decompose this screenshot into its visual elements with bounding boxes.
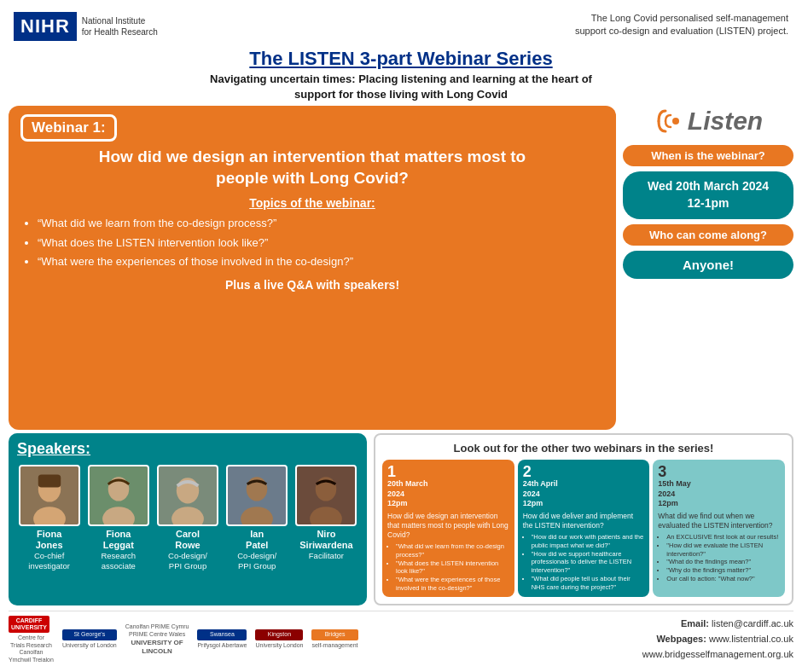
series-3-number: 3	[658, 464, 780, 479]
website2: www.bridgesselfmanagement.org.uk	[642, 649, 793, 659]
lincoln-logo: Canolfan PRIME CymruPRIME Centre Wales U…	[125, 623, 189, 656]
series-1-bullets: "What did we learn from the co-design pr…	[387, 542, 509, 593]
speaker-4: IanPatel Co-design/PPI Group	[225, 465, 289, 571]
speaker-1-name: FionaJones	[36, 529, 63, 551]
speaker-4-photo	[226, 465, 288, 526]
speaker-2-photo	[88, 465, 149, 526]
speaker-4-role: Co-design/PPI Group	[237, 551, 276, 571]
speaker-2-role: Researchassociate	[101, 551, 136, 571]
email-value: listen@cardiff.ac.uk	[712, 618, 793, 629]
series-item-3: 3 15th May202412pm What did we find out …	[653, 460, 785, 597]
webinar-question: How did we design an intervention that m…	[20, 147, 604, 188]
bridges-logo: Bridges self-management	[311, 629, 357, 649]
topics-title: Topics of the webinar:	[20, 196, 604, 210]
series-1-date: 20th March202412pm	[387, 479, 509, 509]
speaker-1-role: Co-chiefinvestigator	[28, 551, 70, 571]
series-timeline: 1 20th March202412pm How did we design a…	[382, 460, 785, 597]
footer-contact: Email: listen@cardiff.ac.uk Webpages: ww…	[642, 617, 793, 662]
series-box: Look out for the other two webinars in t…	[374, 433, 793, 605]
swansea-logo: Swansea Prifysgol Abertawe	[197, 629, 247, 649]
series-2-desc: How did we deliver and implement the LIS…	[523, 512, 645, 530]
speaker-1: FionaJones Co-chiefinvestigator	[17, 465, 81, 571]
svg-point-0	[672, 118, 679, 125]
series-2-number: 2	[523, 464, 645, 479]
who-label: Who can come along?	[623, 224, 793, 246]
nihr-label: NIHR	[14, 12, 77, 41]
main-title: The LISTEN 3-part Webinar Series	[17, 48, 785, 70]
topic-1: “What did we learn from the co-design pr…	[38, 215, 604, 233]
series-item-2: 2 24th April202412pm How did we deliver …	[518, 460, 650, 597]
topic-2: “What does the LISTEN intervention look …	[38, 235, 604, 252]
speaker-1-photo	[19, 465, 80, 526]
series-3-desc: What did we find out when we evaluated t…	[658, 512, 780, 530]
speaker-4-name: IanPatel	[246, 529, 268, 551]
speaker-5-role: Facilitator	[309, 551, 344, 560]
speaker-3-photo	[157, 465, 218, 526]
speakers-box: Speakers: FionaJones Co-chiefinvestigato…	[9, 433, 367, 605]
anyone: Anyone!	[623, 251, 793, 279]
title-section: The LISTEN 3-part Webinar Series Navigat…	[9, 48, 793, 102]
speakers-grid: FionaJones Co-chiefinvestigator FionaLeg…	[17, 465, 358, 571]
series-1-desc: How did we design an intervention that m…	[387, 512, 509, 540]
webinar-label: Webinar 1:	[20, 114, 117, 142]
speakers-title: Speakers:	[17, 440, 358, 458]
webinar-date: Wed 20th March 202412-1pm	[623, 171, 793, 218]
header: NIHR National Institute for Health Resea…	[9, 9, 793, 44]
topics-list: “What did we learn from the co-design pr…	[20, 215, 604, 271]
header-description: The Long Covid personalised self-managem…	[575, 12, 788, 38]
listen-wave-icon	[654, 102, 684, 140]
listen-text: Listen	[688, 107, 763, 136]
speaker-3-name: CarolRowe	[175, 529, 200, 551]
speakers-section: Speakers: FionaJones Co-chiefinvestigato…	[9, 433, 793, 605]
nihr-subtitle: National Institute for Health Research	[82, 15, 158, 38]
when-label: When is the webinar?	[623, 145, 793, 166]
speaker-3: CarolRowe Co-design/PPI Group	[155, 465, 219, 571]
series-1-number: 1	[387, 464, 509, 479]
webinar-info-box: Webinar 1: How did we design an interven…	[9, 106, 616, 430]
listen-logo: Listen	[654, 102, 763, 140]
footer-logos: CARDIFFUNIVERSITY Centre forTrials Resea…	[9, 616, 358, 663]
speaker-3-role: Co-design/PPI Group	[168, 551, 207, 571]
speaker-5: NiroSiriwardena Facilitator	[294, 465, 358, 571]
series-3-bullets: An EXCLUSIVE first look at our results! …	[658, 533, 780, 583]
nihr-logo: NIHR National Institute for Health Resea…	[14, 12, 158, 41]
email-label: Email:	[681, 618, 712, 629]
series-item-1: 1 20th March202412pm How did we design a…	[382, 460, 514, 597]
speaker-5-name: NiroSiriwardena	[299, 529, 352, 551]
stgeorges-logo: St George's University of London	[62, 629, 117, 649]
series-3-date: 15th May202412pm	[658, 479, 780, 509]
page-wrapper: NIHR National Institute for Health Resea…	[0, 0, 802, 672]
topic-3: “What were the experiences of those invo…	[38, 253, 604, 271]
cardiff-logo: CARDIFFUNIVERSITY Centre forTrials Resea…	[9, 616, 54, 663]
kingston-logo: Kingston University London	[255, 629, 303, 649]
webpages-label: Webpages:	[656, 634, 709, 644]
website1: www.listentrial.co.uk	[709, 634, 793, 644]
series-title: Look out for the other two webinars in t…	[382, 442, 785, 455]
series-2-date: 24th April202412pm	[523, 479, 645, 509]
main-content: Webinar 1: How did we design an interven…	[9, 106, 793, 430]
svg-rect-4	[38, 474, 60, 487]
speaker-5-photo	[295, 465, 357, 526]
footer: CARDIFFUNIVERSITY Centre forTrials Resea…	[9, 611, 793, 663]
right-sidebar: Listen When is the webinar? Wed 20th Mar…	[623, 106, 793, 430]
series-2-bullets: "How did our work with patients and the …	[523, 533, 645, 591]
speaker-2: FionaLeggat Researchassociate	[86, 465, 150, 571]
subtitle: Navigating uncertain times: Placing list…	[17, 72, 785, 102]
qa-text: Plus a live Q&A with speakers!	[20, 278, 604, 292]
speaker-2-name: FionaLeggat	[103, 529, 134, 551]
